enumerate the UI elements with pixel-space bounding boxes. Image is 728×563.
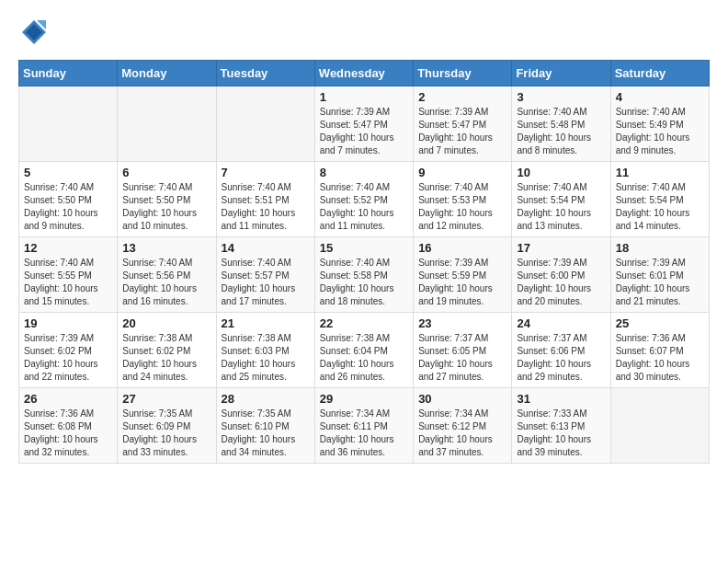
day-number: 7: [222, 166, 310, 179]
calendar-cell: 3Sunrise: 7:40 AM Sunset: 5:48 PM Daylig…: [512, 86, 610, 162]
day-info: Sunrise: 7:40 AM Sunset: 5:50 PM Dayligh…: [122, 181, 210, 233]
day-info: Sunrise: 7:37 AM Sunset: 6:06 PM Dayligh…: [517, 332, 605, 384]
logo-icon: [20, 18, 48, 46]
day-number: 5: [24, 166, 112, 179]
day-info: Sunrise: 7:35 AM Sunset: 6:09 PM Dayligh…: [122, 408, 210, 459]
day-number: 12: [24, 241, 112, 255]
calendar-cell: 23Sunrise: 7:37 AM Sunset: 6:05 PM Dayli…: [414, 313, 512, 388]
day-number: 24: [517, 316, 605, 330]
day-info: Sunrise: 7:39 AM Sunset: 6:02 PM Dayligh…: [24, 332, 112, 384]
day-info: Sunrise: 7:40 AM Sunset: 5:49 PM Dayligh…: [616, 106, 704, 157]
day-number: 22: [320, 316, 408, 330]
calendar-cell: 8Sunrise: 7:40 AM Sunset: 5:52 PM Daylig…: [314, 162, 413, 237]
day-number: 16: [418, 241, 506, 255]
calendar-cell: 2Sunrise: 7:39 AM Sunset: 5:47 PM Daylig…: [414, 86, 512, 162]
calendar-cell: 28Sunrise: 7:35 AM Sunset: 6:10 PM Dayli…: [216, 388, 314, 464]
calendar-cell: [216, 86, 314, 162]
calendar-cell: [610, 388, 709, 464]
calendar-cell: 9Sunrise: 7:40 AM Sunset: 5:53 PM Daylig…: [414, 162, 512, 237]
weekday-header-saturday: Saturday: [610, 61, 709, 86]
day-info: Sunrise: 7:40 AM Sunset: 5:54 PM Dayligh…: [616, 181, 704, 233]
calendar-cell: 6Sunrise: 7:40 AM Sunset: 5:50 PM Daylig…: [118, 162, 216, 237]
day-info: Sunrise: 7:38 AM Sunset: 6:03 PM Dayligh…: [222, 332, 310, 384]
calendar-cell: 24Sunrise: 7:37 AM Sunset: 6:06 PM Dayli…: [512, 313, 610, 388]
day-number: 31: [517, 392, 605, 406]
day-number: 14: [222, 241, 310, 255]
day-number: 8: [320, 166, 408, 179]
day-info: Sunrise: 7:40 AM Sunset: 5:51 PM Dayligh…: [222, 181, 310, 233]
day-info: Sunrise: 7:39 AM Sunset: 6:01 PM Dayligh…: [616, 257, 704, 308]
calendar-header-row: SundayMondayTuesdayWednesdayThursdayFrid…: [19, 61, 710, 86]
day-info: Sunrise: 7:40 AM Sunset: 5:55 PM Dayligh…: [24, 257, 112, 308]
day-info: Sunrise: 7:40 AM Sunset: 5:50 PM Dayligh…: [24, 181, 112, 233]
calendar-week-1: 1Sunrise: 7:39 AM Sunset: 5:47 PM Daylig…: [19, 86, 710, 162]
day-number: 27: [122, 392, 210, 406]
day-info: Sunrise: 7:40 AM Sunset: 5:52 PM Dayligh…: [320, 181, 408, 233]
day-info: Sunrise: 7:34 AM Sunset: 6:11 PM Dayligh…: [320, 408, 408, 459]
day-info: Sunrise: 7:36 AM Sunset: 6:07 PM Dayligh…: [616, 332, 704, 384]
day-info: Sunrise: 7:40 AM Sunset: 5:58 PM Dayligh…: [320, 257, 408, 308]
calendar-cell: 7Sunrise: 7:40 AM Sunset: 5:51 PM Daylig…: [216, 162, 314, 237]
day-number: 1: [320, 90, 408, 104]
day-info: Sunrise: 7:39 AM Sunset: 5:59 PM Dayligh…: [418, 257, 506, 308]
calendar-week-5: 26Sunrise: 7:36 AM Sunset: 6:08 PM Dayli…: [19, 388, 710, 464]
calendar-week-3: 12Sunrise: 7:40 AM Sunset: 5:55 PM Dayli…: [19, 237, 710, 313]
calendar-cell: 15Sunrise: 7:40 AM Sunset: 5:58 PM Dayli…: [314, 237, 413, 313]
day-number: 18: [616, 241, 704, 255]
calendar-cell: 18Sunrise: 7:39 AM Sunset: 6:01 PM Dayli…: [610, 237, 709, 313]
calendar-week-4: 19Sunrise: 7:39 AM Sunset: 6:02 PM Dayli…: [19, 313, 710, 388]
calendar-cell: 1Sunrise: 7:39 AM Sunset: 5:47 PM Daylig…: [314, 86, 413, 162]
calendar-cell: 19Sunrise: 7:39 AM Sunset: 6:02 PM Dayli…: [19, 313, 118, 388]
calendar-cell: 4Sunrise: 7:40 AM Sunset: 5:49 PM Daylig…: [610, 86, 709, 162]
day-number: 26: [24, 392, 112, 406]
day-number: 11: [616, 166, 704, 179]
calendar-cell: 30Sunrise: 7:34 AM Sunset: 6:12 PM Dayli…: [414, 388, 512, 464]
day-number: 19: [24, 316, 112, 330]
day-number: 10: [517, 166, 605, 179]
calendar-cell: 12Sunrise: 7:40 AM Sunset: 5:55 PM Dayli…: [19, 237, 118, 313]
day-number: 21: [222, 316, 310, 330]
day-number: 29: [320, 392, 408, 406]
calendar-week-2: 5Sunrise: 7:40 AM Sunset: 5:50 PM Daylig…: [19, 162, 710, 237]
calendar-cell: [118, 86, 216, 162]
day-info: Sunrise: 7:39 AM Sunset: 5:47 PM Dayligh…: [418, 106, 506, 157]
calendar-cell: 22Sunrise: 7:38 AM Sunset: 6:04 PM Dayli…: [314, 313, 413, 388]
day-number: 25: [616, 316, 704, 330]
day-info: Sunrise: 7:37 AM Sunset: 6:05 PM Dayligh…: [418, 332, 506, 384]
calendar-cell: 17Sunrise: 7:39 AM Sunset: 6:00 PM Dayli…: [512, 237, 610, 313]
weekday-header-tuesday: Tuesday: [216, 61, 314, 86]
weekday-header-thursday: Thursday: [414, 61, 512, 86]
day-info: Sunrise: 7:40 AM Sunset: 5:56 PM Dayligh…: [122, 257, 210, 308]
weekday-header-wednesday: Wednesday: [314, 61, 413, 86]
day-info: Sunrise: 7:40 AM Sunset: 5:53 PM Dayligh…: [418, 181, 506, 233]
day-number: 4: [616, 90, 704, 104]
calendar-cell: 10Sunrise: 7:40 AM Sunset: 5:54 PM Dayli…: [512, 162, 610, 237]
day-info: Sunrise: 7:39 AM Sunset: 6:00 PM Dayligh…: [517, 257, 605, 308]
calendar-cell: 11Sunrise: 7:40 AM Sunset: 5:54 PM Dayli…: [610, 162, 709, 237]
day-info: Sunrise: 7:33 AM Sunset: 6:13 PM Dayligh…: [517, 408, 605, 459]
calendar-cell: 13Sunrise: 7:40 AM Sunset: 5:56 PM Dayli…: [118, 237, 216, 313]
day-number: 3: [517, 90, 605, 104]
calendar-cell: 20Sunrise: 7:38 AM Sunset: 6:02 PM Dayli…: [118, 313, 216, 388]
calendar-cell: 27Sunrise: 7:35 AM Sunset: 6:09 PM Dayli…: [118, 388, 216, 464]
day-number: 17: [517, 241, 605, 255]
calendar-table: SundayMondayTuesdayWednesdayThursdayFrid…: [18, 60, 710, 464]
calendar-cell: 25Sunrise: 7:36 AM Sunset: 6:07 PM Dayli…: [610, 313, 709, 388]
calendar-cell: 5Sunrise: 7:40 AM Sunset: 5:50 PM Daylig…: [19, 162, 118, 237]
day-number: 15: [320, 241, 408, 255]
day-info: Sunrise: 7:39 AM Sunset: 5:47 PM Dayligh…: [320, 106, 408, 157]
weekday-header-monday: Monday: [118, 61, 216, 86]
day-number: 28: [222, 392, 310, 406]
day-info: Sunrise: 7:40 AM Sunset: 5:57 PM Dayligh…: [222, 257, 310, 308]
calendar-cell: 21Sunrise: 7:38 AM Sunset: 6:03 PM Dayli…: [216, 313, 314, 388]
day-number: 23: [418, 316, 506, 330]
calendar-cell: 29Sunrise: 7:34 AM Sunset: 6:11 PM Dayli…: [314, 388, 413, 464]
logo: [18, 18, 51, 51]
day-info: Sunrise: 7:40 AM Sunset: 5:54 PM Dayligh…: [517, 181, 605, 233]
day-info: Sunrise: 7:34 AM Sunset: 6:12 PM Dayligh…: [418, 408, 506, 459]
calendar-cell: 16Sunrise: 7:39 AM Sunset: 5:59 PM Dayli…: [414, 237, 512, 313]
calendar-cell: 31Sunrise: 7:33 AM Sunset: 6:13 PM Dayli…: [512, 388, 610, 464]
calendar-cell: 26Sunrise: 7:36 AM Sunset: 6:08 PM Dayli…: [19, 388, 118, 464]
day-info: Sunrise: 7:40 AM Sunset: 5:48 PM Dayligh…: [517, 106, 605, 157]
day-info: Sunrise: 7:38 AM Sunset: 6:02 PM Dayligh…: [122, 332, 210, 384]
